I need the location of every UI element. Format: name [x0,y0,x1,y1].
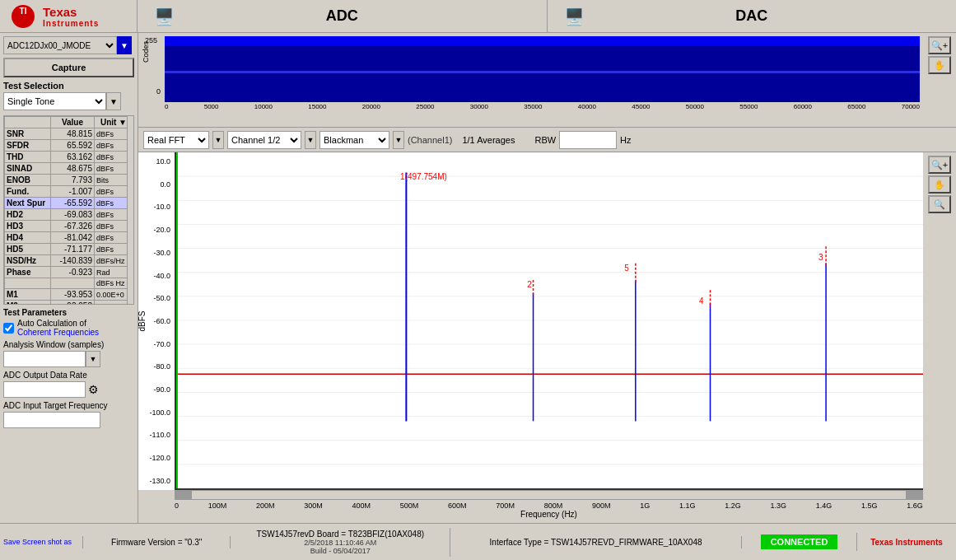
table-scrollbar[interactable] [127,116,133,304]
waveform-x-tick: 70000 [902,103,920,110]
y-tick: -80.0 [138,362,173,371]
metrics-row: SNR 48.815 dBFs [5,128,133,140]
test-type-select[interactable]: Single Tone [3,92,106,110]
waveform-container: Codes 255 0 0500010000150002000025000300… [138,33,923,127]
green-border [176,152,178,488]
metric-name: Phase [5,267,51,278]
metric-name: HD3 [5,221,51,232]
waveform-btn2[interactable]: ✋ [928,56,951,74]
analysis-arrow[interactable]: ▼ [86,351,100,367]
metric-name: HD5 [5,244,51,255]
metric-name: Next Spur [5,198,51,209]
metric-value: -1.007 [51,186,95,198]
waveform-btn1[interactable]: 🔍+ [928,36,951,54]
metric-value: -93.953 [51,289,95,301]
metrics-row: M2 -93.953 1.00E+6 [5,301,133,306]
y-tick: -30.0 [138,249,173,257]
test-type-arrow[interactable]: ▼ [106,92,121,110]
metric-name: HD2 [5,209,51,221]
data-rate-input[interactable]: 3.2G [3,381,86,398]
metric-name: THD [5,152,51,163]
channel-select[interactable]: Channel 1/2 [227,131,301,149]
waveform-x-tick: 30000 [470,103,488,110]
waveform-x-tick: 60000 [794,103,812,110]
rbw-input[interactable]: 48828.1 [559,131,617,149]
waveform-display [165,36,920,102]
metrics-table: Value Unit ▼ SNR 48.815 dBFs SFDR 65.592… [4,116,133,305]
metrics-row: HD3 -67.326 dBFs [5,221,133,232]
col-value: Value [51,117,95,128]
adc-tab[interactable]: 🖥️ ADC [138,0,548,32]
x-tick: 300M [304,502,323,510]
metrics-row: dBFs Hz [5,278,133,289]
x-axis-freq-label: Frequency (Hz) [175,510,923,519]
waveform-x-tick: 55000 [739,103,758,110]
metric-value: 63.162 [51,152,95,163]
test-params-label: Test Parameters [3,308,134,317]
auto-calc-checkbox[interactable] [3,323,14,334]
x-tick: 900M [592,502,611,510]
waveform-x-tick: 5000 [204,103,219,110]
interface-info: Interface Type = TSW14J57REVD_FIRMWARE_1… [450,536,742,548]
metric-name: SNR [5,128,51,140]
left-panel: ADC12DJx00_JMODE ▼ Capture Test Selectio… [0,33,138,523]
save-screenshot[interactable]: Save Screen shot as [0,538,82,546]
y-tick: 0.0 [138,180,173,189]
y-tick: -100.0 [138,408,173,417]
test-selection-row: Single Tone ▼ [3,92,134,110]
metric-value: -69.083 [51,209,95,221]
dac-tab-label: DAC [735,7,767,25]
device-mode-select[interactable]: ADC12DJx00_JMODE [3,36,117,54]
x-tick: 500M [400,502,419,510]
ti-bottom-text: Texas Instruments [870,538,943,547]
metric-value: -93.953 [51,301,95,306]
y-axis-label: dBFS [138,310,147,331]
chart-reset-icon[interactable]: 🔍 [928,195,951,213]
fft-arrow[interactable]: ▼ [212,131,224,149]
chart-pan-icon[interactable]: ✋ [928,175,951,194]
dac-monitor-icon: 🖥️ [564,7,585,26]
metric-value: -65.592 [51,198,95,209]
hz-label: Hz [620,135,631,145]
avg-label: 1/1 Averages [462,135,515,145]
chart-zoom-icon[interactable]: 🔍+ [928,156,951,174]
metric-value: -71.177 [51,244,95,255]
metrics-container: Value Unit ▼ SNR 48.815 dBFs SFDR 65.592… [3,115,134,305]
firmware-info: Firmware Version = "0.3" [82,536,231,548]
y-tick: -110.0 [138,431,173,439]
window-select[interactable]: Blackman [319,131,389,149]
chart-controls-row: Real FFT ▼ Channel 1/2 ▼ Blackman ▼ (Cha… [138,128,956,152]
x-tick: 1G [640,502,650,510]
metric-name: M1 [5,289,51,301]
y-tick: -120.0 [138,454,173,462]
metric-name: ENOB [5,175,51,186]
waveform-section: Codes 255 0 0500010000150002000025000300… [138,33,956,128]
x-tick: 1.3G [770,502,786,510]
metric-name: HD4 [5,232,51,244]
analysis-input[interactable]: 65536 [3,351,86,367]
y-tick: -90.0 [138,385,173,394]
rbw-label: RBW [534,135,556,145]
x-tick: 100M [208,502,227,510]
status-bar: Save Screen shot as Firmware Version = "… [0,523,956,560]
build-label: Build - 05/04/2017 [310,547,371,555]
metric-value: -140.839 [51,255,95,267]
waveform-x-tick: 10000 [254,103,273,110]
metric-value: -0.923 [51,267,95,278]
coherent-label[interactable]: Coherent Frequencies [17,328,99,337]
marker-3-label: 3 [818,253,823,262]
x-axis-scrollbar[interactable] [175,490,923,500]
metric-name: Fund. [5,186,51,198]
waveform-x-tick: 35000 [524,103,542,110]
channel-arrow[interactable]: ▼ [305,131,316,149]
dac-tab[interactable]: 🖥️ DAC [548,0,957,32]
window-arrow[interactable]: ▼ [393,131,404,149]
freq-input[interactable]: 497.770000000M [3,412,100,428]
metrics-row: M1 -93.953 0.00E+0 [5,289,133,301]
y-tick: -50.0 [138,294,173,302]
y-tick: -40.0 [138,272,173,280]
gear-icon[interactable]: ⚙ [86,381,100,398]
capture-button[interactable]: Capture [3,58,134,77]
device-dropdown-arrow[interactable]: ▼ [117,36,132,54]
fft-type-select[interactable]: Real FFT [143,131,209,149]
